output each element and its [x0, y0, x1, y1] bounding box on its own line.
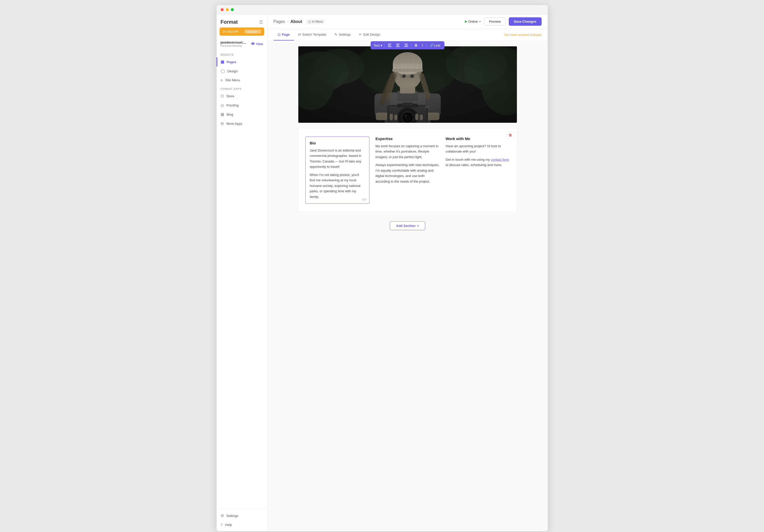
online-dot — [465, 21, 467, 23]
add-section-icon: + — [417, 224, 419, 228]
svg-rect-7 — [405, 45, 408, 46]
svg-rect-3 — [396, 44, 400, 44]
pages-icon: ▦ — [221, 60, 224, 64]
toolbar-divider-3 — [426, 43, 427, 47]
main-content: Pages › About ◻ In Menu Online ▾ Preview — [268, 15, 548, 531]
account-info: janedovercourt.... Personal Monthly — [221, 41, 246, 47]
tab-edit-design[interactable]: ✏ Edit Design — [355, 29, 384, 41]
minimize-window-button[interactable] — [226, 8, 229, 11]
contact-form-link[interactable]: contact form — [491, 158, 509, 161]
edit-design-label: Edit Design — [363, 33, 380, 36]
sidebar-item-design[interactable]: ◯ Design — [217, 67, 267, 76]
code-editor-icon[interactable]: </> — [362, 198, 366, 201]
in-menu-label: In Menu — [312, 20, 323, 23]
link-label: Link — [434, 44, 440, 47]
link-icon: 🔗 — [430, 44, 434, 47]
sidebar-item-proofing[interactable]: ◎ Proofing — [217, 100, 267, 110]
preview-button[interactable]: Preview — [484, 18, 505, 26]
sidebar: Format ☰ 14 days left Upgrade › janedove… — [217, 15, 268, 531]
sidebar-item-settings[interactable]: ⚙ Settings — [217, 511, 267, 520]
account-row: janedovercourt.... Personal Monthly 👁 Vi… — [217, 39, 267, 49]
save-changes-button[interactable]: Save Changes — [509, 17, 542, 26]
apps-section-label: FORMAT APPS — [217, 85, 267, 91]
upgrade-button[interactable]: Upgrade › — [245, 30, 261, 34]
settings-tab-label: Settings — [339, 33, 351, 36]
sidebar-item-pages-label: Pages — [227, 60, 236, 64]
expertise-para-2: Always experimenting with new techniques… — [375, 162, 440, 184]
days-left-label: 14 days left — [223, 30, 238, 33]
add-section-row: Add Section + — [298, 217, 517, 234]
view-site-button[interactable]: 👁 View — [251, 42, 263, 46]
svg-rect-58 — [298, 46, 517, 123]
sidebar-menu-icon[interactable]: ☰ — [259, 19, 263, 25]
hero-section: Text ▾ B — [298, 46, 517, 123]
add-section-label: Add Section — [396, 224, 416, 228]
sidebar-item-help[interactable]: ? Help — [217, 520, 267, 529]
svg-rect-8 — [404, 46, 408, 47]
app-window: Format ☰ 14 days left Upgrade › janedove… — [217, 5, 548, 531]
sidebar-item-more-apps[interactable]: ⊞ More Apps — [217, 119, 267, 128]
bold-button[interactable]: B — [414, 43, 419, 48]
settings-icon: ⚙ — [221, 513, 224, 518]
unsaved-changes-notice: You have unsaved changes — [504, 33, 541, 37]
sidebar-item-help-label: Help — [225, 523, 232, 527]
online-chevron: ▾ — [479, 20, 481, 23]
text-dropdown-icon: ▾ — [381, 44, 382, 47]
sidebar-bottom: ⚙ Settings ? Help — [217, 509, 267, 531]
site-menu-icon: ≡ — [221, 78, 223, 82]
svg-rect-0 — [388, 44, 392, 44]
tab-switch-template[interactable]: ⇄ Switch Template — [294, 29, 330, 41]
canvas-area: Text ▾ B — [268, 41, 548, 531]
tab-settings[interactable]: ✎ Settings — [330, 29, 355, 41]
add-section-button[interactable]: Add Section + — [390, 221, 425, 230]
bio-para-1: Jane Dovercourt is an editorial and comm… — [310, 148, 365, 170]
app-logo: Format — [221, 19, 238, 25]
svg-rect-6 — [404, 44, 408, 44]
italic-button[interactable]: I — [421, 43, 424, 48]
work-with-me-column: Work with Me Have an upcoming project? I… — [446, 136, 509, 204]
align-left-button[interactable] — [387, 43, 393, 47]
sidebar-item-store[interactable]: ⊡ Store — [217, 91, 267, 100]
account-name: janedovercourt.... — [221, 41, 246, 44]
eye-icon: 👁 — [251, 42, 255, 46]
account-details: janedovercourt.... Personal Monthly — [221, 41, 246, 47]
account-plan: Personal Monthly — [221, 44, 246, 47]
content-section: 🗑 Bio Jane Dovercourt is an editorial an… — [298, 128, 517, 212]
work-with-me-body: Have an upcoming project? I'd love to co… — [446, 143, 509, 168]
work-with-me-title: Work with Me — [446, 136, 509, 141]
bio-body: Jane Dovercourt is an editorial and comm… — [310, 148, 365, 199]
expertise-para-1: My work focuses on capturing a moment in… — [375, 143, 440, 160]
hero-image — [298, 46, 517, 123]
design-icon: ◯ — [221, 69, 225, 73]
bio-para-2: When I'm not taking photos, you'll find … — [310, 172, 365, 199]
tab-page[interactable]: ◻ Page — [274, 29, 294, 41]
website-section-label: WEBSITE — [217, 51, 267, 57]
align-center-button[interactable] — [395, 43, 401, 47]
maximize-window-button[interactable] — [231, 8, 234, 11]
expertise-title: Expertise — [375, 136, 440, 141]
text-label: Text — [373, 44, 380, 47]
in-menu-badge: ◻ In Menu — [306, 19, 325, 24]
breadcrumb-pages[interactable]: Pages — [274, 19, 285, 24]
toolbar-divider-1 — [384, 43, 385, 47]
bio-title: Bio — [310, 141, 365, 145]
sidebar-item-site-menu[interactable]: ≡ Site Menu — [217, 76, 267, 85]
settings-tab-icon: ✎ — [334, 33, 337, 36]
text-type-selector[interactable]: Text ▾ — [373, 44, 382, 47]
sidebar-item-store-label: Store — [227, 94, 234, 98]
align-right-button[interactable] — [403, 43, 409, 47]
svg-rect-5 — [396, 46, 400, 47]
breadcrumb-separator: › — [287, 19, 288, 24]
sidebar-item-blog[interactable]: ▦ Blog — [217, 110, 267, 119]
link-button[interactable]: 🔗 Link — [429, 43, 442, 48]
delete-section-button[interactable]: 🗑 — [507, 131, 514, 138]
breadcrumb-current: About — [290, 19, 302, 24]
upgrade-banner[interactable]: 14 days left Upgrade › — [220, 28, 264, 36]
sub-nav: ◻ Page ⇄ Switch Template ✎ Settings ✏ Ed… — [268, 29, 548, 41]
text-toolbar: Text ▾ B — [370, 41, 445, 49]
sidebar-item-pages[interactable]: ▦ Pages — [217, 57, 267, 67]
sidebar-header: Format ☰ — [217, 15, 267, 28]
title-bar — [217, 5, 548, 15]
switch-template-label: Switch Template — [302, 33, 326, 36]
close-window-button[interactable] — [221, 8, 224, 11]
